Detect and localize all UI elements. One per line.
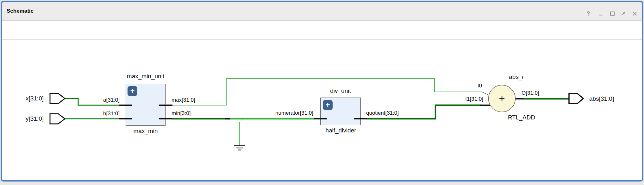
port-label-abs: abs[31:0]	[589, 95, 614, 102]
ground-symbol-icon[interactable]	[234, 146, 245, 150]
port-label-x: x[31:0]	[12, 95, 44, 102]
pin-label-max: max[31:0]	[172, 97, 195, 103]
pin-label-numerator: numerator[31:0]	[250, 110, 313, 116]
cell-title-div-unit: div_unit	[317, 87, 364, 94]
cell-type-rtl-add: RTL_ADD	[498, 114, 545, 121]
pin-i0[interactable]	[482, 92, 489, 95]
rtl-add-operator: +	[499, 93, 505, 104]
cell-title-max-min-unit: max_min_unit	[122, 73, 169, 80]
pin-label-o: O[31:0]	[522, 90, 539, 96]
pin-label-b: b[31:0]	[88, 111, 120, 117]
pin-label-a: a[31:0]	[88, 97, 120, 103]
expand-button-div-unit[interactable]: +	[323, 100, 333, 110]
pin-label-min: min[3:0]	[172, 110, 191, 117]
cell-title-abs-i: abs_i	[492, 73, 540, 80]
port-label-y: y[31:0]	[12, 115, 44, 122]
pin-label-i1: I1[31:0]	[452, 96, 483, 102]
cell-type-max-min: max_min	[122, 128, 169, 135]
schematic-window: Schematic ?	[0, 0, 644, 185]
pin-label-quotient: quotient[31:0]	[366, 110, 399, 116]
input-port-x[interactable]	[50, 93, 65, 104]
output-port-abs[interactable]	[569, 93, 583, 104]
cell-type-half-divider: half_divider	[317, 127, 365, 134]
input-port-y[interactable]	[50, 114, 65, 124]
expand-button-max-min-unit[interactable]: +	[128, 86, 137, 96]
pin-label-i0: I0	[463, 83, 482, 89]
